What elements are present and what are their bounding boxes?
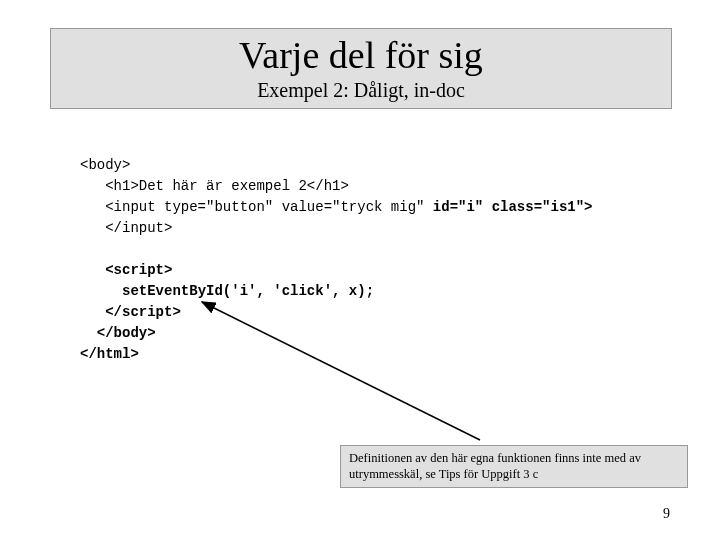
slide-subtitle: Exempel 2: Dåligt, in-doc	[51, 79, 671, 102]
code-line: ipt>	[147, 304, 181, 320]
code-line: </input>	[80, 220, 172, 236]
page-number: 9	[663, 506, 670, 522]
code-line: </body>	[80, 325, 156, 341]
code-line: </html>	[80, 346, 139, 362]
slide-title: Varje del för sig	[51, 35, 671, 77]
slide-header: Varje del för sig Exempel 2: Dåligt, in-…	[50, 28, 672, 109]
code-line: </scr	[80, 304, 147, 320]
code-line: <h1>Det här är exempel 2</h1>	[80, 178, 349, 194]
code-line: <body>	[80, 157, 130, 173]
note-text: Definitionen av den här egna funktionen …	[349, 451, 641, 481]
code-bold: id="i" class="is1">	[433, 199, 593, 215]
annotation-note: Definitionen av den här egna funktionen …	[340, 445, 688, 488]
code-line: By	[189, 283, 206, 299]
code-example: <body> <h1>Det här är exempel 2</h1> <in…	[80, 155, 593, 365]
code-line: <script>	[80, 262, 172, 278]
code-line: Id('i', 'click', x);	[206, 283, 374, 299]
code-line: Event	[147, 283, 189, 299]
code-line: <input type="button" value="tryck mig"	[80, 199, 433, 215]
code-line: set	[80, 283, 147, 299]
